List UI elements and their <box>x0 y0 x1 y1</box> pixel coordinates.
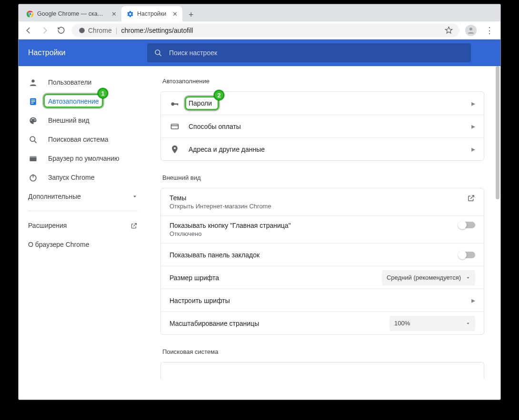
person-icon <box>28 78 38 87</box>
url-path: chrome://settings/autofill <box>121 27 193 34</box>
row-label: Размер шрифта <box>170 274 373 282</box>
sidebar-item-autofill[interactable]: Автозаполнение 1 <box>19 92 147 111</box>
search-icon <box>154 49 162 57</box>
sidebar-item-label: Поисковая система <box>48 136 109 143</box>
bookmark-star-icon[interactable] <box>445 26 453 34</box>
autofill-icon <box>28 97 38 106</box>
settings-search-input[interactable] <box>169 49 464 57</box>
chevron-right-icon: ▸ <box>471 296 475 305</box>
svg-line-18 <box>34 141 36 143</box>
settings-gear-icon <box>126 10 134 18</box>
svg-rect-14 <box>31 99 35 100</box>
sidebar-item-extensions[interactable]: Расширения <box>19 216 147 235</box>
chevron-right-icon: ▸ <box>471 122 475 131</box>
forward-button[interactable] <box>40 25 50 36</box>
sidebar-item-advanced[interactable]: Дополнительные <box>19 187 147 206</box>
row-label: Пароли <box>189 99 463 107</box>
chrome-icon <box>26 10 34 18</box>
page-scrollbar[interactable] <box>495 39 500 400</box>
settings-page: Настройки Пользователи Автозаполнение <box>19 39 500 400</box>
key-icon <box>170 98 180 108</box>
power-icon <box>28 173 38 182</box>
settings-content: Автозаполнение Пароли ▸ 2 Способы оплаты… <box>147 66 500 400</box>
sidebar-item-label: Расширения <box>28 222 67 229</box>
url-scheme: Chrome <box>88 27 112 34</box>
sidebar-item-label: Автозаполнение <box>48 98 99 105</box>
svg-rect-16 <box>31 102 33 103</box>
svg-rect-26 <box>177 103 178 105</box>
sidebar-item-default-browser[interactable]: Браузер по умолчанию <box>19 149 147 168</box>
toggle-bookmarks-bar[interactable] <box>459 252 475 258</box>
svg-line-11 <box>160 54 161 56</box>
row-themes[interactable]: Темы Открыть Интернет-магазин Chrome <box>161 188 484 215</box>
sidebar-item-appearance[interactable]: Внешний вид <box>19 111 147 130</box>
svg-point-10 <box>155 50 160 55</box>
tab-title: Настройки <box>137 10 166 17</box>
svg-marker-23 <box>133 196 136 198</box>
settings-header: Настройки <box>19 39 500 66</box>
tab-strip: Google Chrome — скачать бесп ✕ Настройки… <box>19 4 500 21</box>
toggle-home-button[interactable] <box>459 222 475 228</box>
palette-icon <box>28 116 38 125</box>
svg-point-9 <box>469 28 472 30</box>
sidebar-item-label: Браузер по умолчанию <box>48 155 120 162</box>
appearance-card: Темы Открыть Интернет-магазин Chrome Пок… <box>160 188 484 335</box>
callout-1-badge: 1 <box>98 88 108 98</box>
profile-avatar-button[interactable] <box>465 25 477 36</box>
reload-button[interactable] <box>56 25 66 36</box>
row-addresses[interactable]: Адреса и другие данные ▸ <box>161 137 484 160</box>
chevron-down-icon <box>466 321 470 326</box>
scrollbar-thumb[interactable] <box>496 66 499 199</box>
settings-search[interactable] <box>147 43 471 62</box>
font-size-dropdown[interactable]: Средний (рекомендуется) <box>382 270 475 285</box>
new-tab-button[interactable]: + <box>184 8 198 21</box>
sidebar-item-label: Дополнительные <box>28 193 81 200</box>
autofill-card: Пароли ▸ 2 Способы оплаты ▸ Адреса и дру… <box>160 91 484 161</box>
address-bar[interactable]: Chrome | chrome://settings/autofill <box>72 24 459 37</box>
row-font-size[interactable]: Размер шрифта Средний (рекомендуется) <box>161 266 484 289</box>
sidebar-item-about[interactable]: О браузере Chrome <box>19 235 147 254</box>
sidebar-item-label: О браузере Chrome <box>28 241 90 248</box>
section-heading-autofill: Автозаполнение <box>162 78 484 85</box>
svg-point-7 <box>79 28 85 33</box>
external-link-icon <box>130 222 138 229</box>
chevron-down-icon <box>466 275 470 280</box>
toolbar: Chrome | chrome://settings/autofill ⋮ <box>19 21 500 39</box>
chrome-menu-button[interactable]: ⋮ <box>483 25 496 36</box>
row-customize-fonts[interactable]: Настроить шрифты ▸ <box>161 289 484 312</box>
section-heading-search: Поисковая система <box>162 348 484 355</box>
sidebar-item-search-engine[interactable]: Поисковая система <box>19 130 147 149</box>
search-engine-card <box>160 362 484 379</box>
sidebar-separator <box>28 211 138 211</box>
page-zoom-dropdown[interactable]: 100% <box>389 316 475 331</box>
row-bookmarks-bar[interactable]: Показывать панель закладок <box>161 243 484 266</box>
dropdown-value: Средний (рекомендуется) <box>387 274 461 281</box>
svg-point-17 <box>30 137 35 141</box>
tab-close-icon[interactable]: ✕ <box>172 10 178 18</box>
sidebar-item-label: Пользователи <box>48 78 91 86</box>
tab-title: Google Chrome — скачать бесп <box>37 10 105 17</box>
tab-chrome-download[interactable]: Google Chrome — скачать бесп ✕ <box>21 6 121 21</box>
svg-rect-20 <box>30 156 36 157</box>
tab-close-icon[interactable]: ✕ <box>111 10 117 18</box>
settings-sidebar: Пользователи Автозаполнение 1 Внешний ви… <box>19 66 147 400</box>
row-label: Адреса и другие данные <box>189 146 463 153</box>
row-payment-methods[interactable]: Способы оплаты ▸ <box>161 115 484 137</box>
row-passwords[interactable]: Пароли ▸ 2 <box>161 92 484 115</box>
credit-card-icon <box>170 121 180 132</box>
row-label: Показывать панель закладок <box>170 251 450 259</box>
chrome-scheme-icon <box>79 27 85 34</box>
row-label: Настроить шрифты <box>170 297 463 304</box>
sidebar-item-on-startup[interactable]: Запуск Chrome <box>19 168 147 187</box>
section-heading-appearance: Внешний вид <box>162 174 484 181</box>
row-label: Масштабирование страницы <box>170 320 381 327</box>
back-button[interactable] <box>23 25 34 36</box>
row-home-button[interactable]: Показывать кнопку "Главная страница" Отк… <box>161 215 484 243</box>
browser-icon <box>28 154 38 163</box>
row-page-zoom[interactable]: Масштабирование страницы 100% <box>161 312 484 334</box>
chevron-down-icon <box>132 194 138 199</box>
tab-settings[interactable]: Настройки ✕ <box>121 6 182 21</box>
sidebar-item-people[interactable]: Пользователи <box>19 73 147 92</box>
chevron-right-icon: ▸ <box>471 99 475 108</box>
location-icon <box>170 144 180 155</box>
